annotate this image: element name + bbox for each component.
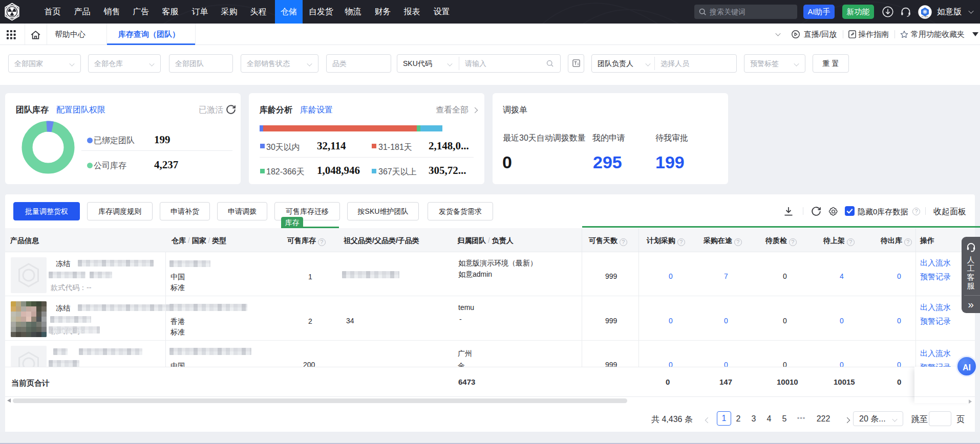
svg-text:ECCANG: ECCANG	[922, 16, 929, 18]
